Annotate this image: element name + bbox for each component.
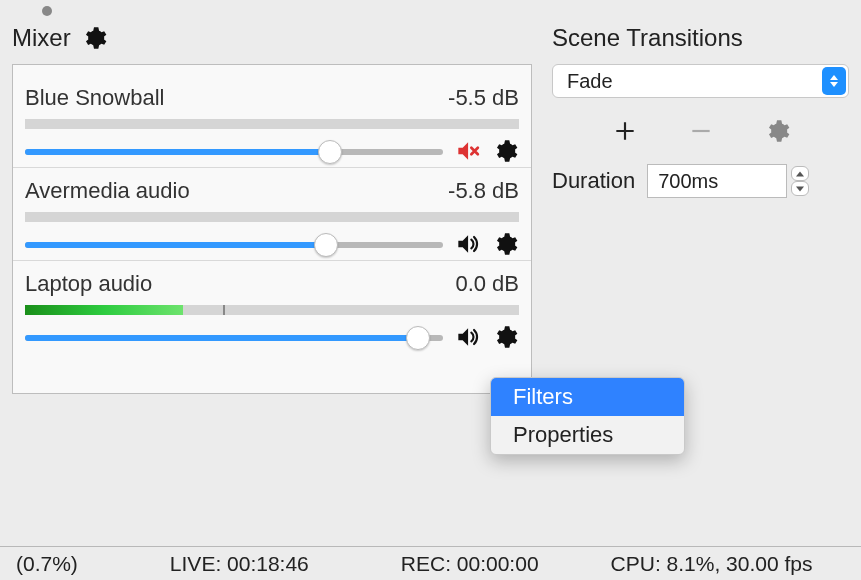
channel-db: -5.5 dB — [448, 85, 519, 111]
minus-icon — [688, 118, 714, 144]
chevron-up-icon — [796, 171, 804, 177]
add-transition-button[interactable] — [610, 116, 640, 146]
mute-toggle[interactable] — [453, 230, 481, 258]
context-menu-item-properties[interactable]: Properties — [491, 416, 684, 454]
select-stepper-icon — [822, 67, 846, 95]
gear-icon — [764, 118, 790, 144]
transition-settings-button[interactable] — [762, 116, 792, 146]
transitions-title: Scene Transitions — [552, 24, 743, 52]
plus-icon — [612, 118, 638, 144]
channel-name: Avermedia audio — [25, 178, 190, 204]
status-rec-time: REC: 00:00:00 — [385, 552, 555, 576]
duration-value: 700ms — [658, 170, 718, 193]
duration-input[interactable]: 700ms — [647, 164, 787, 198]
status-live-time: LIVE: 00:18:46 — [154, 552, 325, 576]
channel-settings[interactable] — [491, 230, 519, 258]
duration-step-down[interactable] — [791, 181, 809, 196]
status-dropped-frames: (0.7%) — [0, 552, 94, 576]
speaker-muted-icon — [454, 138, 480, 164]
mixer-settings-icon[interactable] — [81, 25, 107, 51]
transition-selected-value: Fade — [567, 70, 613, 93]
speaker-icon — [454, 231, 480, 257]
channel-settings[interactable] — [491, 137, 519, 165]
status-bar: (0.7%) LIVE: 00:18:46 REC: 00:00:00 CPU:… — [0, 546, 861, 580]
channel-level-meter — [25, 212, 519, 222]
volume-slider[interactable] — [25, 325, 443, 349]
context-menu-item-filters[interactable]: Filters — [491, 378, 684, 416]
window-unfocused-dot — [42, 6, 52, 16]
duration-step-up[interactable] — [791, 166, 809, 181]
gear-icon — [492, 231, 518, 257]
mixer-title: Mixer — [12, 24, 71, 52]
channel-db: -5.8 dB — [448, 178, 519, 204]
mute-toggle[interactable] — [453, 137, 481, 165]
mixer-panel: Blue Snowball -5.5 dB — [12, 64, 532, 394]
channel-name: Blue Snowball — [25, 85, 164, 111]
gear-icon — [492, 138, 518, 164]
channel-name: Laptop audio — [25, 271, 152, 297]
mixer-channel: Avermedia audio -5.8 dB — [13, 167, 531, 260]
mixer-channel: Laptop audio 0.0 dB — [13, 260, 531, 353]
gear-icon — [492, 324, 518, 350]
volume-slider[interactable] — [25, 139, 443, 163]
speaker-icon — [454, 324, 480, 350]
channel-db: 0.0 dB — [455, 271, 519, 297]
duration-label: Duration — [552, 168, 635, 194]
channel-level-meter — [25, 305, 519, 315]
mixer-channel: Blue Snowball -5.5 dB — [13, 75, 531, 167]
channel-level-meter — [25, 119, 519, 129]
mute-toggle[interactable] — [453, 323, 481, 351]
status-cpu-fps: CPU: 8.1%, 30.00 fps — [595, 552, 829, 576]
volume-slider[interactable] — [25, 232, 443, 256]
chevron-down-icon — [796, 186, 804, 192]
channel-context-menu: Filters Properties — [490, 377, 685, 455]
transition-select[interactable]: Fade — [552, 64, 849, 98]
channel-settings[interactable] — [491, 323, 519, 351]
remove-transition-button[interactable] — [686, 116, 716, 146]
